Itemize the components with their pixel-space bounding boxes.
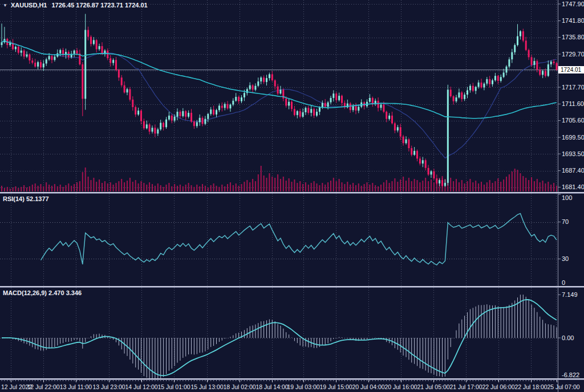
trading-terminal-window: 1747.901741.801735.801729.701717.701711.… <box>0 0 584 392</box>
candlestick-chart[interactable]: 1747.901741.801735.801729.701717.701711.… <box>0 0 584 192</box>
svg-text:70: 70 <box>562 218 569 225</box>
svg-text:-6.822: -6.822 <box>562 371 579 378</box>
time-axis-label: 21 Jul 17:00 <box>449 383 482 390</box>
current-price-badge: 1724.01 <box>558 66 584 74</box>
svg-text:1717.70: 1717.70 <box>562 84 584 91</box>
time-axis-label: 25 Jul 07:00 <box>547 383 579 390</box>
main-chart-pane: 1747.901741.801735.801729.701717.701711.… <box>0 0 584 192</box>
svg-text:100: 100 <box>562 194 572 201</box>
time-axis-label: 21 Jul 05:00 <box>417 383 449 390</box>
rsi-label: RSI(14) 52.1377 <box>3 195 49 202</box>
svg-text:1699.50: 1699.50 <box>562 134 584 141</box>
time-axis-label: 18 Jul 02:00 <box>223 383 256 390</box>
time-axis-label: 15 Jul 01:00 <box>157 383 190 390</box>
time-axis-label: 18 Jul 14:00 <box>256 383 288 390</box>
macd-label: MACD(12,26,9) 2.470 3.346 <box>3 289 82 296</box>
svg-text:0: 0 <box>562 279 565 286</box>
time-axis-label: 22 Jul 06:00 <box>482 383 514 390</box>
svg-text:1681.40: 1681.40 <box>562 183 584 190</box>
macd-chart[interactable]: 7.1490.00-6.822 <box>0 288 584 378</box>
svg-text:1729.70: 1729.70 <box>562 51 584 58</box>
time-axis-label: 19 Jul 15:00 <box>319 383 352 390</box>
time-axis-label: 19 Jul 03:00 <box>287 383 319 390</box>
rsi-indicator-pane: 10070300 RSI(14) 52.1377 <box>0 194 584 286</box>
time-axis-label: 20 Jul 04:00 <box>352 383 384 390</box>
symbol-timeframe-label: XAUUSD,H1 <box>11 2 47 9</box>
time-axis-label: 14 Jul 12:00 <box>125 383 157 390</box>
rsi-chart[interactable]: 10070300 <box>0 194 584 286</box>
svg-text:1741.80: 1741.80 <box>562 17 584 24</box>
ohlc-readout: 1726.45 1726.87 1723.71 1724.01 <box>52 2 148 9</box>
time-axis-label: 22 Jul 18:00 <box>514 383 547 390</box>
svg-text:30: 30 <box>562 255 569 262</box>
svg-text:7.149: 7.149 <box>562 291 578 298</box>
time-axis[interactable]: 12 Jul 202212 Jul 22:0013 Jul 11:0013 Ju… <box>0 380 584 392</box>
svg-text:0.00: 0.00 <box>562 334 574 341</box>
symbol-dropdown-icon[interactable]: ▼ <box>3 3 7 8</box>
chart-title: ▼ XAUUSD,H1 1726.45 1726.87 1723.71 1724… <box>3 2 148 9</box>
time-axis-label: 15 Jul 13:00 <box>190 383 223 390</box>
time-axis-label: 13 Jul 11:00 <box>60 383 92 390</box>
svg-text:1711.60: 1711.60 <box>562 100 584 107</box>
macd-indicator-pane: 7.1490.00-6.822 MACD(12,26,9) 2.470 3.34… <box>0 288 584 378</box>
time-axis-label: 12 Jul 22:00 <box>27 383 59 390</box>
svg-text:1747.90: 1747.90 <box>562 1 584 7</box>
svg-text:1705.60: 1705.60 <box>562 117 584 124</box>
svg-text:1687.40: 1687.40 <box>562 167 584 174</box>
svg-text:1693.50: 1693.50 <box>562 150 584 157</box>
time-axis-label: 13 Jul 23:00 <box>92 383 125 390</box>
svg-text:1735.80: 1735.80 <box>562 34 584 40</box>
time-axis-label: 20 Jul 16:00 <box>384 383 417 390</box>
